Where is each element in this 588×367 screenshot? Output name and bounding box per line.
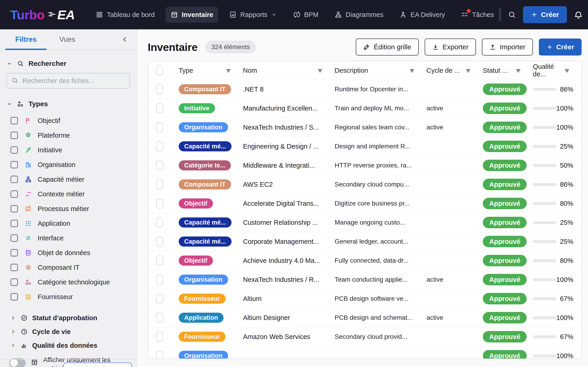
type-checkbox[interactable]	[10, 132, 18, 139]
type-checkbox[interactable]	[10, 117, 18, 124]
section-statut-d-approbation[interactable]: Statut d’approbation	[6, 311, 130, 325]
type-filter-processus-m-tier[interactable]: Processus métier	[6, 201, 130, 216]
table-row[interactable]: InitiativeManufacturing Excellen...Train…	[148, 99, 582, 118]
table-row[interactable]: OrganisationApprouvé100%	[148, 346, 582, 359]
filters-sidebar: Filtres Vues Rechercher Types ObjectifPl…	[0, 29, 137, 367]
type-checkbox[interactable]	[10, 161, 18, 168]
nav-item-ea-delivery[interactable]: EA Delivery	[394, 7, 450, 23]
section-qualit-des-donn-es[interactable]: Qualité des données	[6, 339, 130, 352]
nav-item-diagrammes[interactable]: Diagrammes	[330, 7, 389, 23]
notifications-bell-icon[interactable]	[574, 10, 583, 19]
quality-progress-bar	[533, 354, 556, 357]
table-row[interactable]: OrganisationNexaTech Industries / S...Re…	[148, 118, 582, 137]
filter-icon[interactable]	[409, 67, 415, 74]
filter-icon[interactable]	[317, 67, 323, 74]
table-row[interactable]: Catégorie te...Middleware & Integrati...…	[148, 156, 582, 175]
name-cell: NexaTech Industries / R...	[243, 276, 335, 284]
row-checkbox[interactable]	[156, 160, 163, 170]
capacity-icon	[25, 176, 32, 183]
select-all-checkbox[interactable]	[156, 65, 163, 75]
row-checkbox[interactable]	[156, 294, 163, 304]
table-row[interactable]: FournisseurAltiumPCB design software ve.…	[148, 289, 582, 308]
type-filter-initiative[interactable]: Initiative	[6, 143, 130, 157]
nav-item-rapports[interactable]: Rapports	[224, 7, 282, 23]
filter-icon[interactable]	[465, 67, 471, 74]
search-section-title: Rechercher	[28, 60, 66, 67]
row-checkbox[interactable]	[156, 217, 163, 227]
type-checkbox[interactable]	[10, 293, 18, 300]
row-checkbox[interactable]	[156, 179, 163, 190]
filter-icon[interactable]	[225, 67, 232, 74]
table-row[interactable]: Composant ITAWS EC2Secondary cloud compu…	[148, 175, 582, 194]
type-filter-objet-de-donn-es[interactable]: Objet de données	[6, 245, 130, 260]
filter-icon[interactable]	[515, 67, 521, 74]
row-checkbox[interactable]	[156, 122, 163, 132]
tab-vues[interactable]: Vues	[47, 35, 88, 44]
type-checkbox[interactable]	[10, 249, 18, 257]
nav-create-button[interactable]: Créer	[523, 6, 567, 23]
type-filter-organisation[interactable]: Organisation	[6, 157, 130, 172]
nav-item-inventaire[interactable]: Inventaire	[166, 7, 218, 23]
row-checkbox[interactable]	[156, 275, 163, 285]
grid-edit-label: Édition grille	[374, 43, 411, 51]
row-checkbox[interactable]	[156, 256, 163, 266]
row-checkbox[interactable]	[156, 313, 163, 323]
save-filters-button[interactable]	[63, 362, 132, 367]
column-label: Statut ...	[483, 67, 508, 74]
type-checkbox[interactable]	[10, 146, 18, 154]
export-button[interactable]: Exporter	[425, 39, 476, 56]
type-filter-capacit-m-tier[interactable]: Capacité métier	[6, 172, 130, 187]
type-filter-composant-it[interactable]: Composant IT	[6, 260, 130, 275]
nav-item-bpm[interactable]: BPM	[288, 7, 324, 23]
type-filter-cat-gorie-technologique[interactable]: Catégorie technologique	[6, 275, 130, 290]
table-row[interactable]: ApplicationAltium DesignerPCB design and…	[148, 308, 582, 327]
type-checkbox[interactable]	[10, 205, 18, 212]
status-badge: Approuvé	[483, 141, 527, 152]
type-checkbox[interactable]	[10, 190, 18, 198]
table-row[interactable]: ObjectifAchieve Industry 4.0 Ma...Fully …	[148, 251, 582, 270]
grid-edit-button[interactable]: Édition grille	[356, 39, 418, 56]
search-section-header[interactable]: Rechercher	[6, 60, 130, 67]
table-row[interactable]: FournisseurAmazon Web ServicesSecondary …	[148, 327, 582, 346]
row-checkbox[interactable]	[156, 236, 163, 247]
type-filter-fournisseur[interactable]: Fournisseur	[6, 290, 130, 304]
quality-percent: 80%	[556, 257, 582, 265]
import-button[interactable]: Importer	[482, 39, 533, 56]
type-filter-contexte-m-tier[interactable]: Contexte métier	[6, 187, 130, 201]
search-icon[interactable]	[508, 10, 516, 19]
row-checkbox[interactable]	[156, 198, 163, 209]
type-filter-interface[interactable]: Interface	[6, 231, 130, 245]
sidebar-search-input[interactable]	[6, 73, 130, 89]
nav-item-label: Rapports	[240, 11, 267, 19]
row-checkbox[interactable]	[156, 332, 163, 342]
table-row[interactable]: ObjectifAccelerate Digital Trans...Digit…	[148, 194, 582, 213]
tab-filtres[interactable]: Filtres	[5, 35, 47, 44]
row-checkbox[interactable]	[156, 103, 163, 113]
create-button[interactable]: Créer	[539, 39, 582, 56]
sidebar-collapse-button[interactable]	[121, 35, 129, 44]
row-checkbox[interactable]	[156, 141, 163, 151]
type-label: Initiative	[38, 146, 62, 154]
table-row[interactable]: Capacité mé...Customer Relationship ...M…	[148, 213, 582, 232]
table-row[interactable]: OrganisationNexaTech Industries / R...Te…	[148, 270, 582, 289]
table-row[interactable]: Capacité mé...Corporate Management...Gen…	[148, 232, 582, 251]
upload-icon	[489, 44, 496, 50]
type-checkbox[interactable]	[10, 278, 18, 286]
type-checkbox[interactable]	[10, 220, 18, 227]
table-row[interactable]: Composant IT.NET 8Runtime for Opcenter i…	[148, 80, 582, 99]
type-checkbox[interactable]	[10, 264, 18, 271]
section-cycle-de-vie[interactable]: Cycle de vie	[6, 325, 130, 339]
type-filter-application[interactable]: Application	[6, 216, 130, 231]
row-checkbox[interactable]	[156, 351, 163, 359]
type-checkbox[interactable]	[10, 234, 18, 242]
filter-icon[interactable]	[564, 67, 570, 74]
types-section-header[interactable]: Types	[6, 100, 130, 108]
nav-item-t-ches[interactable]: Tâches	[456, 7, 499, 23]
row-checkbox[interactable]	[156, 84, 163, 94]
type-checkbox[interactable]	[10, 176, 18, 183]
table-row[interactable]: Capacité mé...Engineering & Design / ...…	[148, 137, 582, 156]
brand-logo[interactable]: Turbo EA	[10, 7, 75, 22]
type-filter-plateforme[interactable]: Plateforme	[6, 128, 130, 143]
type-filter-objectif[interactable]: Objectif	[6, 113, 130, 128]
nav-item-tableau-de-bord[interactable]: Tableau de bord	[91, 7, 160, 23]
